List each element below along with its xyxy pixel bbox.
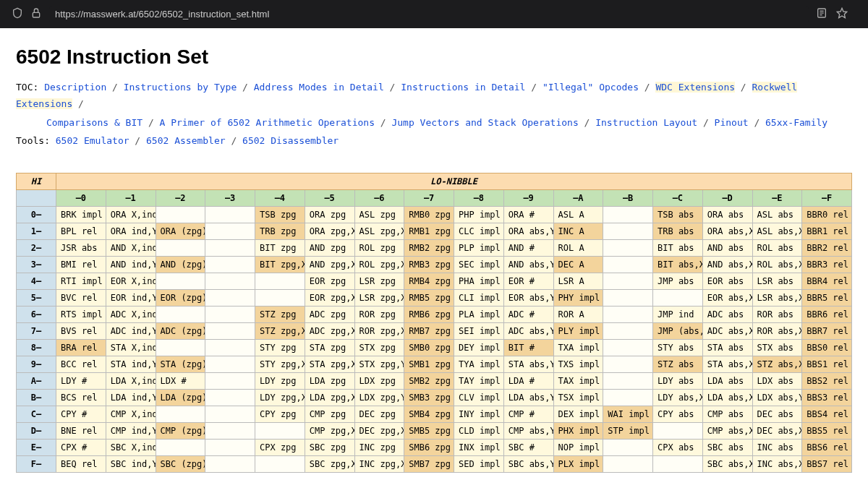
opcode-cell[interactable]: LDA abs,X xyxy=(702,389,752,406)
opcode-cell[interactable]: ADC ind,Y xyxy=(106,322,156,339)
opcode-cell[interactable]: EOR zpg xyxy=(305,273,354,289)
opcode-cell[interactable]: SMB3 zpg xyxy=(404,389,454,406)
opcode-cell[interactable]: ADC (zpg) xyxy=(156,322,205,339)
opcode-cell[interactable]: BBS6 rel xyxy=(802,439,852,455)
opcode-cell[interactable]: JMP ind xyxy=(653,306,703,322)
opcode-cell[interactable]: CMP ind,Y xyxy=(106,422,156,439)
opcode-cell[interactable]: AND zpg,X xyxy=(305,256,354,273)
opcode-cell[interactable]: CMP abs,Y xyxy=(503,422,553,439)
opcode-cell[interactable]: STZ abs,X xyxy=(752,356,802,372)
opcode-cell[interactable]: TSB zpg xyxy=(255,206,305,223)
opcode-cell[interactable]: AND # xyxy=(503,239,553,256)
opcode-cell[interactable]: BBR3 rel xyxy=(802,256,852,273)
opcode-cell[interactable]: SMB1 zpg xyxy=(404,356,454,372)
opcode-cell[interactable]: SMB7 zpg xyxy=(404,455,454,472)
opcode-cell[interactable]: BNE rel xyxy=(56,422,106,439)
opcode-cell[interactable]: STP impl xyxy=(603,422,653,439)
opcode-cell[interactable]: STZ zpg xyxy=(255,306,305,322)
opcode-cell[interactable]: ORA X,ind xyxy=(106,206,156,223)
opcode-cell[interactable]: PLA impl xyxy=(454,306,504,322)
opcode-cell[interactable]: ADC abs xyxy=(702,306,752,322)
opcode-cell[interactable]: LDY zpg xyxy=(255,372,305,389)
opcode-cell[interactable]: TSB abs xyxy=(653,206,703,223)
opcode-cell[interactable]: LDA # xyxy=(503,372,553,389)
opcode-cell[interactable]: BBS2 rel xyxy=(802,372,852,389)
toc-link[interactable]: Description xyxy=(44,82,106,93)
opcode-cell[interactable]: ADC X,ind xyxy=(106,306,156,322)
opcode-cell[interactable]: SMB6 zpg xyxy=(404,439,454,455)
opcode-cell[interactable]: RTI impl xyxy=(56,273,106,289)
opcode-cell[interactable]: ADC abs,X xyxy=(702,322,752,339)
opcode-cell[interactable]: ASL abs xyxy=(752,206,802,223)
opcode-cell[interactable]: ADC # xyxy=(503,306,553,322)
opcode-cell[interactable]: ORA abs,X xyxy=(702,223,752,239)
opcode-cell[interactable]: RMB4 zpg xyxy=(404,273,454,289)
opcode-cell[interactable]: CLI impl xyxy=(454,289,504,306)
opcode-cell[interactable]: LDA abs xyxy=(702,372,752,389)
opcode-cell[interactable]: BBR0 rel xyxy=(802,206,852,223)
opcode-cell[interactable]: DEC abs,X xyxy=(752,422,802,439)
address-bar[interactable]: https://masswerk.at/6502/6502_instructio… xyxy=(49,6,809,22)
opcode-cell[interactable]: AND ind,Y xyxy=(106,256,156,273)
opcode-cell[interactable]: CMP zpg,X xyxy=(305,422,354,439)
opcode-cell[interactable]: CLV impl xyxy=(454,389,504,406)
opcode-cell[interactable]: BBS0 rel xyxy=(802,339,852,356)
opcode-cell[interactable]: LDY abs,X xyxy=(653,389,703,406)
opcode-cell[interactable]: BBR4 rel xyxy=(802,273,852,289)
opcode-cell[interactable]: ROR zpg xyxy=(354,306,404,322)
opcode-cell[interactable]: AND zpg xyxy=(305,239,354,256)
opcode-cell[interactable]: JMP abs xyxy=(653,273,703,289)
reader-mode-icon[interactable] xyxy=(816,7,827,21)
opcode-cell[interactable]: BVS rel xyxy=(56,322,106,339)
toc-link[interactable]: Instructions by Type xyxy=(124,82,237,93)
opcode-cell[interactable]: ADC zpg,X xyxy=(305,322,354,339)
opcode-cell[interactable]: AND abs xyxy=(702,239,752,256)
opcode-cell[interactable]: RMB7 zpg xyxy=(404,322,454,339)
opcode-cell[interactable]: LDA X,ind xyxy=(106,372,156,389)
opcode-cell[interactable]: TYA impl xyxy=(454,356,504,372)
opcode-cell[interactable]: WAI impl xyxy=(603,406,653,422)
opcode-cell[interactable]: LDY zpg,X xyxy=(255,389,305,406)
opcode-cell[interactable]: DEC abs xyxy=(752,406,802,422)
opcode-cell[interactable]: PHA impl xyxy=(454,273,504,289)
opcode-cell[interactable]: BIT abs,X xyxy=(653,256,703,273)
opcode-cell[interactable]: LDX # xyxy=(156,372,205,389)
toc-link[interactable]: WDC Extensions xyxy=(655,82,735,93)
opcode-cell[interactable]: ROR abs xyxy=(752,306,802,322)
opcode-cell[interactable]: AND abs,X xyxy=(702,256,752,273)
opcode-cell[interactable]: BBS7 rel xyxy=(802,455,852,472)
opcode-cell[interactable]: ROL zpg,X xyxy=(354,256,404,273)
opcode-cell[interactable]: INC abs,X xyxy=(752,455,802,472)
opcode-cell[interactable]: BBS5 rel xyxy=(802,422,852,439)
opcode-cell[interactable]: BMI rel xyxy=(56,256,106,273)
opcode-cell[interactable]: TSX impl xyxy=(553,389,603,406)
opcode-cell[interactable]: INC zpg,X xyxy=(354,455,404,472)
opcode-cell[interactable]: CPX zpg xyxy=(255,439,305,455)
opcode-cell[interactable]: LDA (zpg) xyxy=(156,389,205,406)
opcode-cell[interactable]: AND (zpg) xyxy=(156,256,205,273)
opcode-cell[interactable]: RMB3 zpg xyxy=(404,256,454,273)
opcode-cell[interactable]: ORA ind,Y xyxy=(106,223,156,239)
toc-link[interactable]: Instruction Layout xyxy=(595,117,697,128)
opcode-cell[interactable]: JMP (abs,X) xyxy=(653,322,703,339)
opcode-cell[interactable]: ASL abs,X xyxy=(752,223,802,239)
opcode-cell[interactable]: LDX abs,Y xyxy=(752,389,802,406)
opcode-cell[interactable]: LSR A xyxy=(553,273,603,289)
opcode-cell[interactable]: JSR abs xyxy=(56,239,106,256)
opcode-cell[interactable]: SEC impl xyxy=(454,256,504,273)
opcode-cell[interactable]: ROR A xyxy=(553,306,603,322)
opcode-cell[interactable]: EOR abs,X xyxy=(702,289,752,306)
opcode-cell[interactable]: STZ zpg,X xyxy=(255,322,305,339)
opcode-cell[interactable]: INY impl xyxy=(454,406,504,422)
opcode-cell[interactable]: ROL zpg xyxy=(354,239,404,256)
opcode-cell[interactable]: STA (zpg) xyxy=(156,356,205,372)
bookmark-star-icon[interactable] xyxy=(836,7,848,21)
opcode-cell[interactable]: ORA zpg xyxy=(305,206,354,223)
opcode-cell[interactable]: EOR abs,Y xyxy=(503,289,553,306)
toc-link[interactable]: Instructions in Detail xyxy=(401,82,525,93)
opcode-cell[interactable]: SBC zpg xyxy=(305,439,354,455)
opcode-cell[interactable]: ASL A xyxy=(553,206,603,223)
toc-link[interactable]: A Primer of 6502 Arithmetic Operations xyxy=(160,117,375,128)
opcode-cell[interactable]: BRA rel xyxy=(56,339,106,356)
opcode-cell[interactable]: LDX abs xyxy=(752,372,802,389)
